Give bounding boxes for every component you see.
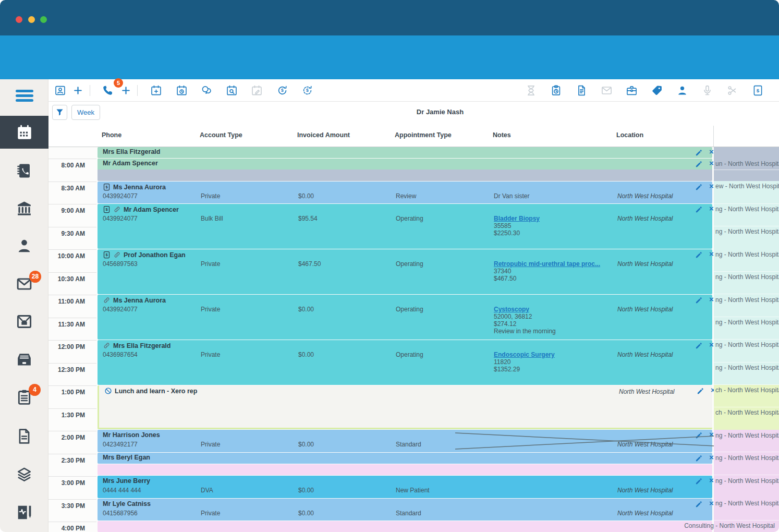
tasks-clipboard-icon[interactable] xyxy=(550,84,562,96)
appointment-block[interactable]: Mrs Ella Fitzgerald× xyxy=(98,147,712,158)
account-type: Private xyxy=(201,192,220,200)
calendar-subheader: Week Dr Jamie Nash xyxy=(48,102,779,124)
edit-appointment-icon[interactable] xyxy=(695,183,703,191)
patient-name-text: Mrs Beryl Egan xyxy=(103,454,150,461)
appointment-block[interactable]: Mrs Ella Fitzgerald×0436987654Private$0.… xyxy=(98,340,712,385)
time-slot-line xyxy=(48,272,96,273)
appointment-type: Operating xyxy=(396,215,423,222)
practice-management-window: Thursday, 02/05/2019 Practice: C2C Sales… xyxy=(0,0,779,532)
sidebar: 28 4 xyxy=(0,79,48,532)
patient-icon[interactable] xyxy=(676,84,688,96)
tasks-badge: 4 xyxy=(29,384,41,396)
procedure-link[interactable]: Bladder Biopsy xyxy=(494,215,540,222)
sidebar-item-contacts[interactable] xyxy=(0,162,48,179)
edit-appointment-icon[interactable] xyxy=(695,500,703,508)
appointment-block[interactable]: Mr Lyle Catniss×0415687956Private$0.00St… xyxy=(98,499,712,521)
calendar-add-icon[interactable] xyxy=(150,84,162,96)
week-button[interactable]: Week xyxy=(71,105,100,120)
edit-appointment-icon[interactable] xyxy=(695,251,703,259)
account-type: Private xyxy=(201,441,220,448)
edit-appointment-icon[interactable] xyxy=(695,160,703,168)
sidebar-item-layers[interactable] xyxy=(0,466,48,483)
edit-appointment-icon[interactable] xyxy=(695,149,703,156)
appointment-block[interactable]: Ms Jenna Aurora×0439924077Private$0.00Op… xyxy=(98,295,712,340)
appointment-location: North West Hospital xyxy=(617,351,673,358)
adjacent-appointment-label: un - North West Hospital xyxy=(715,160,779,167)
patient-phone: 0439924077 xyxy=(103,215,138,222)
appointment-location: North West Hospital xyxy=(617,192,673,200)
payment-refresh-icon[interactable]: $ xyxy=(276,84,288,96)
invoice-icon: $ xyxy=(103,205,111,213)
account-type: Private xyxy=(201,351,220,358)
briefcase-icon[interactable] xyxy=(626,84,638,96)
invoice-icon: $ xyxy=(103,183,111,191)
sidebar-item-holding[interactable] xyxy=(0,313,48,330)
sidebar-item-documents[interactable] xyxy=(0,428,48,445)
close-window-button[interactable] xyxy=(16,16,22,23)
appointment-block[interactable]: Mr Adam Spencer× xyxy=(98,159,712,181)
payment-transfer-icon[interactable]: $ xyxy=(301,84,313,96)
invoice-icon: $ xyxy=(103,251,111,259)
edit-appointment-icon[interactable] xyxy=(695,342,703,349)
patient-name-text: Prof Jonathon Egan xyxy=(124,251,186,259)
edit-appointment-icon[interactable] xyxy=(695,296,703,304)
edit-appointment-icon[interactable] xyxy=(695,477,703,485)
patient-name: Lunch and learn - Xero rep xyxy=(104,387,197,395)
time-slot-line xyxy=(48,182,96,182)
appointment-block[interactable]: Lunch and learn - Xero rep×North West Ho… xyxy=(98,385,712,429)
sidebar-item-bank[interactable] xyxy=(0,200,48,217)
procedure-link[interactable]: Retropubic mid-urethral tape proc... xyxy=(494,260,600,268)
edit-appointment-icon[interactable] xyxy=(697,387,704,395)
calendar-search-icon[interactable] xyxy=(226,84,238,96)
calendar-edit-icon xyxy=(251,84,263,96)
appointment-block[interactable]: $Ms Jenna Aurora×0439924077Private$0.00R… xyxy=(98,182,712,203)
invoice-icon[interactable]: $ xyxy=(752,84,764,96)
chat-icon[interactable] xyxy=(201,84,213,96)
appointment-note-line: $2250.30 xyxy=(494,229,520,237)
appointment-block[interactable]: $Prof Jonathon Egan×0456897563Private$46… xyxy=(98,249,712,294)
column-header: Notes xyxy=(493,131,511,139)
patient-name-text: Mr Lyle Catniss xyxy=(103,500,151,507)
sidebar-item-patients[interactable] xyxy=(0,237,48,255)
linked-appointment-icon xyxy=(103,342,111,349)
sidebar-item-records[interactable] xyxy=(0,504,48,521)
linked-appointment-icon xyxy=(113,205,121,213)
appointment-block[interactable]: Mr Harrison Jones×0423492177Private$0.00… xyxy=(98,430,712,452)
add-call-icon[interactable] xyxy=(120,84,132,96)
account-type: Private xyxy=(201,510,220,517)
filter-button[interactable] xyxy=(52,105,67,120)
appointment-block[interactable]: Mrs Beryl Egan× xyxy=(98,453,712,464)
patient-name-text: Mrs Ella Fitzgerald xyxy=(103,148,160,155)
calendar-reschedule-icon[interactable] xyxy=(176,84,188,96)
sidebar-item-tray[interactable] xyxy=(0,351,48,368)
tag-icon[interactable] xyxy=(651,84,663,96)
document-icon[interactable] xyxy=(576,84,588,96)
appointment-block[interactable]: $Mr Adam Spencer×0439924077Bulk Bill$95.… xyxy=(98,204,712,249)
phone-icon[interactable] xyxy=(102,84,114,96)
edit-appointment-icon[interactable] xyxy=(695,431,703,439)
add-patient-icon[interactable] xyxy=(72,84,84,96)
procedure-link[interactable]: Cystoscopy xyxy=(494,306,529,313)
appointment-location: North West Hospital xyxy=(617,510,673,517)
appointment-block[interactable]: Mrs June Berry×0444 444 444DVA$0.00New P… xyxy=(98,476,712,498)
edit-appointment-icon[interactable] xyxy=(695,454,703,462)
procedure-link[interactable]: Endoscopic Surgery xyxy=(494,351,555,358)
maximize-window-button[interactable] xyxy=(40,16,47,23)
minimize-window-button[interactable] xyxy=(28,16,35,23)
patient-card-icon[interactable] xyxy=(54,84,66,96)
svg-text:$: $ xyxy=(757,88,760,93)
time-label: 10:30 AM xyxy=(58,275,85,283)
edit-appointment-icon[interactable] xyxy=(695,205,703,213)
patient-name: Mr Adam Spencer xyxy=(103,160,158,167)
adjacent-appointment-label: ng - North West Hospital xyxy=(715,205,779,213)
time-slot-line xyxy=(48,385,96,386)
time-slot-line xyxy=(48,476,96,477)
patient-phone: 0439924077 xyxy=(103,306,138,313)
menu-icon[interactable] xyxy=(16,90,33,104)
time-label: 1:30 PM xyxy=(62,412,85,419)
appointment-location: North West Hospital xyxy=(617,260,673,268)
patient-name-text: Lunch and learn - Xero rep xyxy=(115,388,197,395)
sidebar-item-mail[interactable] xyxy=(0,275,48,293)
sidebar-item-tasks[interactable] xyxy=(0,389,48,406)
sidebar-item-calendar[interactable] xyxy=(0,116,48,149)
